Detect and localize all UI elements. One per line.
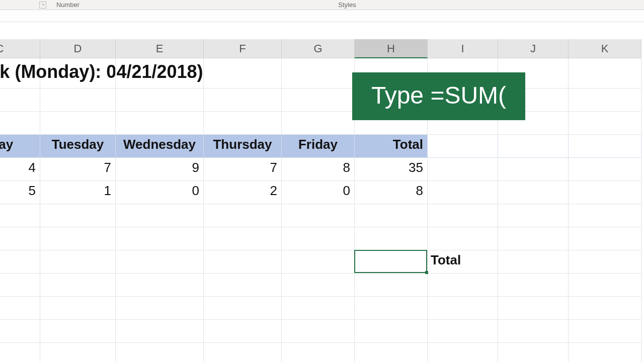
cell[interactable] — [0, 88, 40, 112]
table-header-thursday[interactable]: Thursday — [204, 135, 282, 158]
cell[interactable] — [0, 343, 40, 362]
cell[interactable] — [282, 274, 355, 297]
cell[interactable] — [282, 88, 355, 112]
cell[interactable] — [116, 250, 204, 274]
dialog-launcher-icon[interactable]: ↘ — [39, 2, 46, 9]
cell[interactable] — [569, 88, 641, 112]
cell[interactable] — [282, 320, 355, 343]
cell-thu[interactable]: 2 — [204, 181, 282, 204]
cell[interactable] — [428, 204, 498, 227]
cell[interactable] — [0, 297, 40, 320]
table-header-total[interactable]: Total — [355, 135, 428, 158]
cell[interactable] — [498, 297, 569, 320]
cell[interactable] — [569, 181, 641, 204]
cell[interactable] — [0, 250, 40, 274]
cell[interactable] — [428, 297, 498, 320]
cell[interactable] — [355, 320, 428, 343]
cell-tue[interactable]: 1 — [40, 181, 116, 204]
cell[interactable] — [498, 343, 569, 362]
cell[interactable] — [204, 250, 282, 274]
cell[interactable] — [569, 58, 641, 88]
cell-total[interactable]: 8 — [355, 181, 428, 204]
cell[interactable] — [569, 204, 641, 227]
cell[interactable] — [116, 320, 204, 343]
cell[interactable] — [116, 274, 204, 297]
table-header-tuesday[interactable]: Tuesday — [40, 135, 116, 158]
col-header-E[interactable]: E — [116, 39, 204, 58]
cell[interactable] — [569, 158, 641, 181]
cell[interactable] — [282, 343, 355, 362]
cell[interactable] — [569, 250, 641, 274]
cell[interactable] — [569, 320, 641, 343]
cell[interactable] — [204, 227, 282, 250]
cell[interactable] — [0, 112, 40, 135]
cell[interactable] — [116, 112, 204, 135]
cell[interactable] — [0, 227, 40, 250]
cell[interactable] — [204, 343, 282, 362]
cell[interactable] — [428, 181, 498, 204]
table-header-wednesday[interactable]: Wednesday — [116, 135, 204, 158]
col-header-F[interactable]: F — [204, 39, 282, 58]
col-header-D[interactable]: D — [40, 39, 116, 58]
cell-mon[interactable]: 5 — [0, 181, 40, 204]
cell[interactable] — [428, 227, 498, 250]
cell[interactable] — [40, 320, 116, 343]
cell[interactable] — [40, 227, 116, 250]
cell[interactable] — [40, 250, 116, 274]
cell[interactable] — [40, 274, 116, 297]
cell[interactable] — [355, 297, 428, 320]
cell-total[interactable]: 35 — [355, 158, 428, 181]
table-header-monday[interactable]: Monday — [0, 135, 40, 158]
cell[interactable] — [40, 58, 116, 88]
cell[interactable] — [0, 204, 40, 227]
cell-wed[interactable]: 9 — [116, 158, 204, 181]
cell[interactable] — [569, 135, 641, 158]
spreadsheet-grid[interactable]: C D E F G H I J K Week (Monday): 04/21/2… — [0, 39, 644, 362]
cell[interactable] — [40, 204, 116, 227]
cell[interactable] — [204, 112, 282, 135]
cell-mon[interactable]: 4 — [0, 158, 40, 181]
cell-fri[interactable]: 0 — [282, 181, 355, 204]
col-header-G[interactable]: G — [282, 39, 355, 58]
col-header-K[interactable]: K — [569, 39, 641, 58]
cell[interactable] — [116, 227, 204, 250]
cell[interactable] — [282, 250, 355, 274]
cell[interactable] — [40, 112, 116, 135]
cell[interactable] — [569, 112, 641, 135]
col-header-C[interactable]: C — [0, 39, 40, 58]
cell[interactable] — [428, 135, 498, 158]
cell[interactable] — [498, 274, 569, 297]
cell[interactable] — [204, 58, 282, 88]
cell[interactable] — [40, 343, 116, 362]
cell[interactable] — [116, 297, 204, 320]
cell[interactable] — [282, 204, 355, 227]
cell[interactable] — [0, 320, 40, 343]
cell-fri[interactable]: 8 — [282, 158, 355, 181]
cell[interactable] — [428, 274, 498, 297]
cell[interactable] — [498, 227, 569, 250]
cell[interactable] — [498, 250, 569, 274]
cell[interactable] — [116, 88, 204, 112]
cell[interactable] — [282, 297, 355, 320]
cell[interactable] — [40, 88, 116, 112]
cell[interactable]: Week (Monday): 04/21/2018) — [0, 58, 40, 88]
cell[interactable] — [116, 343, 204, 362]
cell[interactable] — [204, 320, 282, 343]
cell[interactable] — [498, 320, 569, 343]
cell[interactable] — [282, 112, 355, 135]
cell[interactable] — [428, 343, 498, 362]
cell[interactable] — [569, 343, 641, 362]
col-header-J[interactable]: J — [498, 39, 569, 58]
active-cell[interactable] — [355, 250, 428, 274]
cell[interactable] — [0, 274, 40, 297]
cell[interactable] — [40, 297, 116, 320]
cell[interactable] — [116, 58, 204, 88]
cell[interactable] — [498, 135, 569, 158]
cell[interactable] — [204, 274, 282, 297]
cell-wed[interactable]: 0 — [116, 181, 204, 204]
col-header-I[interactable]: I — [428, 39, 498, 58]
col-header-H[interactable]: H — [355, 39, 428, 58]
cell[interactable] — [282, 227, 355, 250]
cell[interactable] — [282, 58, 355, 88]
cell[interactable] — [355, 343, 428, 362]
